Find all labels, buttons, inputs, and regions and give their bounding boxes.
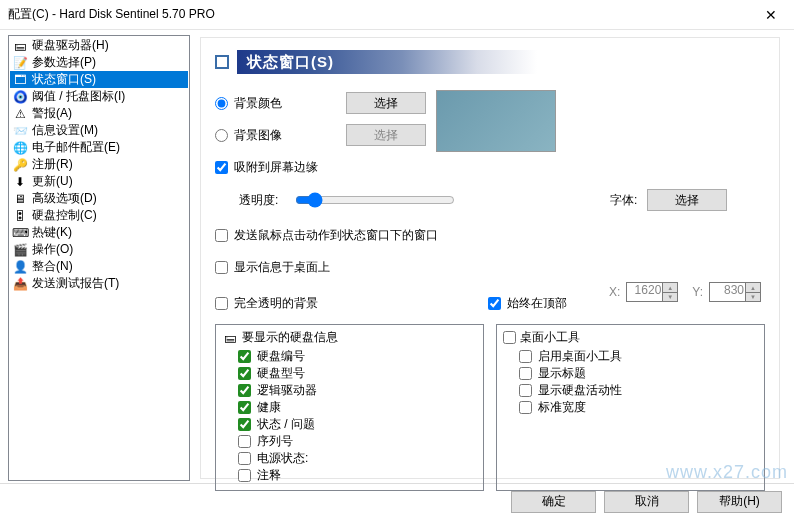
ok-button[interactable]: 确定 (511, 491, 596, 513)
gadget-item[interactable]: 显示硬盘活动性 (519, 382, 758, 398)
sidebar-icon: 🎬 (12, 242, 28, 258)
disk-info-item[interactable]: 逻辑驱动器 (238, 382, 477, 398)
gadget-item[interactable]: 标准宽度 (519, 399, 758, 415)
sidebar-label: 发送测试报告(T) (32, 275, 119, 292)
sidebar-icon: 🔑 (12, 157, 28, 173)
sidebar-icon: ⬇ (12, 174, 28, 190)
bg-color-select-button[interactable]: 选择 (346, 92, 426, 114)
sidebar-label: 电子邮件配置(E) (32, 139, 120, 156)
sidebar-item[interactable]: ⚠警报(A) (10, 105, 188, 122)
snap-edge-checkbox[interactable]: 吸附到屏幕边缘 (215, 159, 318, 176)
send-mouse-label: 发送鼠标点击动作到状态窗口下的窗口 (234, 227, 438, 244)
send-mouse-checkbox[interactable]: 发送鼠标点击动作到状态窗口下的窗口 (215, 227, 438, 244)
font-label: 字体: (610, 192, 637, 209)
disk-info-title: 要显示的硬盘信息 (242, 329, 338, 346)
sidebar-item[interactable]: 🎬操作(O) (10, 241, 188, 258)
gadget-item-label: 启用桌面小工具 (538, 348, 622, 365)
sidebar-icon: ⚠ (12, 106, 28, 122)
window-title: 配置(C) - Hard Disk Sentinel 5.70 PRO (8, 6, 756, 23)
sidebar-label: 硬盘驱动器(H) (32, 37, 109, 54)
gadget-item-label: 显示硬盘活动性 (538, 382, 622, 399)
section-title: 状态窗口(S) (247, 53, 334, 72)
disk-info-item-label: 注释 (257, 467, 281, 484)
status-window-icon (215, 55, 229, 69)
disk-icon: 🖴 (222, 330, 238, 346)
sidebar-icon: 🎛 (12, 208, 28, 224)
gadget-item[interactable]: 启用桌面小工具 (519, 348, 758, 364)
spin-up-icon[interactable]: ▲ (663, 283, 677, 292)
sidebar-label: 硬盘控制(C) (32, 207, 97, 224)
disk-info-item-label: 硬盘编号 (257, 348, 305, 365)
disk-info-item-label: 序列号 (257, 433, 293, 450)
disk-info-item-label: 电源状态: (257, 450, 308, 467)
sidebar-icon: 🖥 (12, 191, 28, 207)
bg-image-select-button: 选择 (346, 124, 426, 146)
disk-info-item-label: 状态 / 问题 (257, 416, 315, 433)
disk-info-item[interactable]: 序列号 (238, 433, 477, 449)
sidebar-item[interactable]: 👤整合(N) (10, 258, 188, 275)
sidebar-label: 热键(K) (32, 224, 72, 241)
show-desktop-checkbox[interactable]: 显示信息于桌面上 (215, 259, 330, 276)
sidebar-item[interactable]: 🔑注册(R) (10, 156, 188, 173)
sidebar-item[interactable]: 📝参数选择(P) (10, 54, 188, 71)
sidebar-item[interactable]: ⌨热键(K) (10, 224, 188, 241)
disk-info-item[interactable]: 硬盘型号 (238, 365, 477, 381)
sidebar-label: 阈值 / 托盘图标(I) (32, 88, 125, 105)
disk-info-item-label: 逻辑驱动器 (257, 382, 317, 399)
sidebar-icon: 🧿 (12, 89, 28, 105)
sidebar: 🖴硬盘驱动器(H)📝参数选择(P)🗔状态窗口(S)🧿阈值 / 托盘图标(I)⚠警… (8, 35, 190, 481)
sidebar-icon: 👤 (12, 259, 28, 275)
opacity-label: 透明度: (239, 192, 285, 209)
sidebar-label: 状态窗口(S) (32, 71, 96, 88)
opacity-slider[interactable] (295, 188, 455, 212)
sidebar-item[interactable]: 📨信息设置(M) (10, 122, 188, 139)
sidebar-label: 注册(R) (32, 156, 73, 173)
bg-image-radio[interactable]: 背景图像 (215, 127, 282, 144)
sidebar-label: 更新(U) (32, 173, 73, 190)
sidebar-item[interactable]: ⬇更新(U) (10, 173, 188, 190)
bg-color-radio[interactable]: 背景颜色 (215, 95, 282, 112)
sidebar-item[interactable]: 🌐电子邮件配置(E) (10, 139, 188, 156)
sidebar-item[interactable]: 📤发送测试报告(T) (10, 275, 188, 292)
disk-info-item[interactable]: 健康 (238, 399, 477, 415)
main-panel: 状态窗口(S) 背景颜色 选择 背景图像 选择 (190, 35, 786, 481)
sidebar-label: 警报(A) (32, 105, 72, 122)
sidebar-item[interactable]: 🎛硬盘控制(C) (10, 207, 188, 224)
transparent-bg-checkbox[interactable]: 完全透明的背景 (215, 295, 318, 312)
gadget-pane: 桌面小工具 启用桌面小工具显示标题显示硬盘活动性标准宽度 (496, 324, 765, 491)
disk-info-item[interactable]: 硬盘编号 (238, 348, 477, 364)
sidebar-label: 信息设置(M) (32, 122, 98, 139)
sidebar-icon: 📝 (12, 55, 28, 71)
gadget-item[interactable]: 显示标题 (519, 365, 758, 381)
bg-color-label: 背景颜色 (234, 95, 282, 112)
sidebar-item[interactable]: 🖥高级选项(D) (10, 190, 188, 207)
help-button[interactable]: 帮助(H) (697, 491, 782, 513)
sidebar-item[interactable]: 🖴硬盘驱动器(H) (10, 37, 188, 54)
sidebar-icon: 🌐 (12, 140, 28, 156)
sidebar-icon: 🖴 (12, 38, 28, 54)
font-select-button[interactable]: 选择 (647, 189, 727, 211)
content-area: 🖴硬盘驱动器(H)📝参数选择(P)🗔状态窗口(S)🧿阈值 / 托盘图标(I)⚠警… (0, 30, 794, 483)
gadget-title: 桌面小工具 (520, 329, 580, 346)
disk-info-item-label: 健康 (257, 399, 281, 416)
cancel-button[interactable]: 取消 (604, 491, 689, 513)
sidebar-icon: 🗔 (12, 72, 28, 88)
show-desktop-label: 显示信息于桌面上 (234, 259, 330, 276)
transparent-bg-label: 完全透明的背景 (234, 295, 318, 312)
close-button[interactable]: ✕ (756, 5, 786, 25)
spin-up-icon[interactable]: ▲ (746, 283, 760, 292)
sidebar-icon: 📨 (12, 123, 28, 139)
disk-info-item[interactable]: 注释 (238, 467, 477, 483)
gadget-item-label: 显示标题 (538, 365, 586, 382)
always-top-checkbox[interactable]: 始终在顶部 (488, 295, 567, 312)
titlebar: 配置(C) - Hard Disk Sentinel 5.70 PRO ✕ (0, 0, 794, 30)
gadget-master-checkbox[interactable] (503, 331, 516, 344)
sidebar-item[interactable]: 🧿阈值 / 托盘图标(I) (10, 88, 188, 105)
disk-info-item[interactable]: 状态 / 问题 (238, 416, 477, 432)
gadget-item-label: 标准宽度 (538, 399, 586, 416)
sidebar-label: 高级选项(D) (32, 190, 97, 207)
disk-info-item[interactable]: 电源状态: (238, 450, 477, 466)
sidebar-item[interactable]: 🗔状态窗口(S) (10, 71, 188, 88)
sidebar-icon: 📤 (12, 276, 28, 292)
sidebar-icon: ⌨ (12, 225, 28, 241)
